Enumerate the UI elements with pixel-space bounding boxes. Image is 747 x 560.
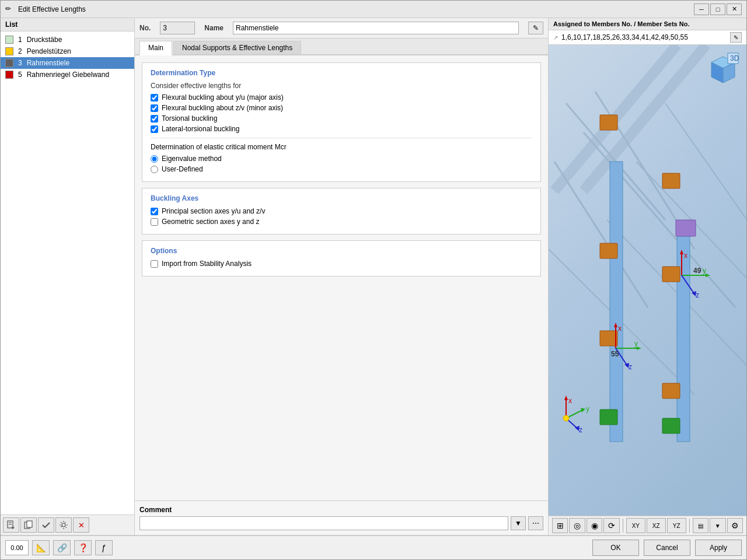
content-area: Determination Type Consider effective le…	[135, 55, 548, 501]
comment-input[interactable]	[139, 516, 508, 530]
svg-text:y: y	[703, 267, 706, 275]
lateral-row: Lateral-torsional buckling	[151, 125, 532, 133]
item-name-1: Druckstäbe	[27, 36, 62, 44]
list-item-rahmenstiele[interactable]: 3 Rahmenstiele	[1, 57, 134, 69]
user-defined-radio[interactable]	[151, 166, 158, 173]
svg-text:z: z	[696, 291, 699, 299]
new-item-button[interactable]	[3, 517, 19, 533]
window-controls: ─ □ ✕	[694, 4, 742, 15]
right-panel: Assigned to Members No. / Member Sets No…	[548, 18, 746, 535]
comment-edit-button[interactable]: ⋯	[528, 516, 543, 530]
item-color-1	[5, 36, 13, 44]
apply-button[interactable]: Apply	[695, 540, 742, 556]
svg-text:z: z	[579, 426, 582, 434]
list-item-druckstaebe[interactable]: 1 Druckstäbe	[1, 34, 134, 46]
name-label: Name	[204, 24, 224, 32]
item-name-5: Rahmenriegel Giebelwand	[27, 71, 109, 79]
title-bar: ✏ Edit Effective Lengths ─ □ ✕	[1, 1, 746, 18]
zoom-tool-button[interactable]: ◎	[569, 518, 585, 533]
svg-line-17	[665, 103, 746, 220]
tab-nodal-supports[interactable]: Nodal Supports & Effective Lengths	[173, 41, 301, 54]
minimize-button[interactable]: ─	[694, 4, 709, 15]
no-input[interactable]	[160, 22, 195, 34]
close-button[interactable]: ✕	[727, 4, 742, 15]
comment-dropdown-button[interactable]: ▼	[511, 516, 526, 530]
svg-text:49: 49	[693, 267, 701, 275]
list-header: List	[1, 18, 134, 32]
footer-btn-1[interactable]: 📐	[32, 540, 50, 555]
flex-yu-label: Flexural buckling about y/u (major axis)	[162, 93, 284, 102]
svg-rect-27	[662, 418, 680, 433]
svg-line-13	[584, 132, 735, 307]
rotate-tool-button[interactable]: ⟳	[603, 518, 619, 533]
svg-marker-50	[581, 408, 585, 412]
nav-cube-svg: 3D	[706, 51, 741, 86]
name-input[interactable]	[233, 22, 519, 34]
list-items: 1 Druckstäbe 2 Pendelstützen 3 Rahmensti…	[1, 32, 134, 514]
copy-item-button[interactable]	[20, 517, 37, 533]
svg-text:y: y	[586, 405, 589, 413]
consider-label: Consider effective lengths for	[151, 82, 532, 90]
window-title: Edit Effective Lengths	[18, 5, 694, 13]
item-color-5	[5, 71, 13, 79]
yz-view-button[interactable]: YZ	[667, 518, 686, 533]
check-button[interactable]	[38, 517, 54, 533]
xy-view-button[interactable]: XY	[626, 518, 645, 533]
eigenvalue-label: Eigenvalue method	[162, 155, 222, 163]
assigned-edit-button[interactable]: ✎	[730, 32, 742, 43]
display-options-button[interactable]: ▤	[693, 518, 708, 533]
assigned-arrow-icon: ↗	[553, 34, 558, 41]
svg-rect-21	[662, 173, 680, 188]
svg-rect-20	[600, 115, 617, 130]
footer-btn-3[interactable]: ❓	[74, 540, 92, 555]
no-label: No.	[139, 24, 151, 32]
ok-button[interactable]: OK	[592, 540, 639, 556]
footer-btn-4[interactable]: ƒ	[95, 540, 113, 555]
assigned-value: ↗ 1,6,10,17,18,25,26,33,34,41,42,49,50,5…	[549, 30, 746, 45]
geometric-axes-label: Geometric section axes y and z	[162, 218, 259, 226]
item-id-5: 5	[18, 71, 22, 79]
svg-marker-53	[564, 396, 568, 400]
flex-yu-checkbox[interactable]	[151, 94, 158, 102]
settings-view-button[interactable]: ⚙	[727, 518, 743, 533]
principal-axes-label: Principal section axes y/u and z/v	[162, 207, 265, 215]
principal-axes-checkbox[interactable]	[151, 208, 158, 215]
lateral-checkbox[interactable]	[151, 125, 158, 133]
delete-button[interactable]: ✕	[73, 517, 89, 533]
comment-row: ▼ ⋯	[139, 516, 543, 530]
list-item-pendelstutzen[interactable]: 2 Pendelstützen	[1, 46, 134, 57]
cube-navigation[interactable]: 3D	[706, 51, 741, 86]
edit-name-button[interactable]: ✎	[528, 22, 543, 34]
cancel-button[interactable]: Cancel	[644, 540, 690, 556]
import-stability-row: Import from Stability Analysis	[151, 260, 532, 268]
comment-section: Comment ▼ ⋯	[135, 501, 548, 535]
svg-rect-28	[676, 220, 696, 236]
comment-label: Comment	[139, 506, 543, 514]
settings-button[interactable]	[55, 517, 72, 533]
item-name-3: Rahmenstiele	[27, 59, 69, 67]
item-name-2: Pendelstützen	[27, 47, 71, 55]
flex-zv-checkbox[interactable]	[151, 104, 158, 112]
svg-rect-26	[600, 410, 617, 425]
item-id-2: 2	[18, 47, 22, 55]
options-section: Options Import from Stability Analysis	[142, 240, 541, 276]
lateral-label: Lateral-torsional buckling	[162, 125, 239, 133]
tab-main[interactable]: Main	[139, 41, 172, 55]
xz-view-button[interactable]: XZ	[647, 518, 666, 533]
id-name-row: No. Name ✎	[135, 18, 548, 38]
list-item-rahmenriegel[interactable]: 5 Rahmenriegel Giebelwand	[1, 69, 134, 80]
eigenvalue-radio[interactable]	[151, 155, 158, 163]
maximize-button[interactable]: □	[710, 4, 725, 15]
svg-rect-24	[600, 331, 617, 346]
tab-bar: Main Nodal Supports & Effective Lengths	[135, 38, 548, 55]
torsional-label: Torsional buckling	[162, 114, 217, 123]
select-tool-button[interactable]: ⊞	[552, 518, 568, 533]
torsional-checkbox[interactable]	[151, 115, 158, 123]
pan-tool-button[interactable]: ◉	[587, 518, 602, 533]
geometric-axes-checkbox[interactable]	[151, 218, 158, 226]
footer-btn-2[interactable]: 🔗	[53, 540, 71, 555]
eigenvalue-row: Eigenvalue method	[151, 155, 532, 163]
svg-text:x: x	[618, 324, 622, 332]
import-stability-checkbox[interactable]	[151, 260, 158, 268]
more-options-button[interactable]: ▼	[710, 518, 725, 533]
